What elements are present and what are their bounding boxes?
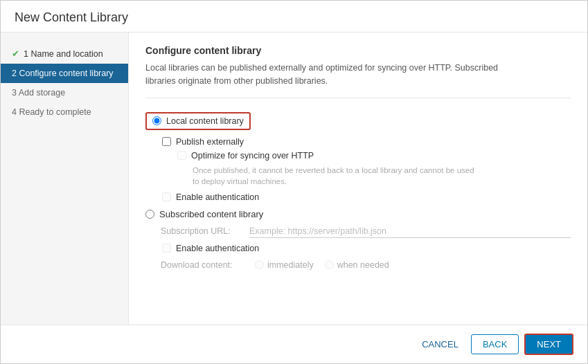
- sidebar-item-step1[interactable]: ✔ 1 Name and location: [1, 44, 128, 64]
- subscription-url-input[interactable]: [249, 225, 571, 238]
- enable-auth-sub-label: Enable authentication: [176, 244, 259, 253]
- enable-auth-local-checkbox[interactable]: [162, 192, 171, 201]
- download-options: immediately when needed: [255, 260, 389, 270]
- section-title: Configure content library: [145, 45, 571, 56]
- publish-externally-checkbox[interactable]: [162, 137, 171, 146]
- section-desc-line2: libraries originate from other published…: [145, 76, 328, 86]
- immediately-option: immediately: [255, 260, 314, 270]
- immediately-label: immediately: [267, 260, 314, 270]
- enable-auth-sub-checkbox[interactable]: [162, 244, 171, 253]
- publish-externally-label[interactable]: Publish externally: [176, 137, 244, 147]
- optimize-http-checkbox[interactable]: [177, 151, 186, 160]
- enable-auth-local-option: Enable authentication: [162, 192, 571, 202]
- checkmark-icon: ✔: [12, 48, 19, 59]
- sidebar-step4-label: 4 Ready to complete: [12, 107, 91, 117]
- when-needed-radio[interactable]: [325, 260, 334, 269]
- subscription-url-row: Subscription URL:: [161, 225, 571, 238]
- local-sub-options: Publish externally Optimize for syncing …: [162, 137, 571, 202]
- enable-auth-local-label: Enable authentication: [176, 192, 259, 202]
- download-content-label: Download content:: [161, 260, 244, 270]
- subscribed-sub-options: Enable authentication: [162, 244, 571, 253]
- dialog-footer: CANCEL BACK NEXT: [1, 325, 587, 363]
- cancel-button[interactable]: CANCEL: [415, 335, 465, 354]
- options-area: Local content library Publish externally…: [145, 109, 571, 273]
- subscription-section: Subscribed content library Subscription …: [145, 209, 571, 270]
- section-description: Local libraries can be published externa…: [145, 62, 571, 98]
- section-desc-line1: Local libraries can be published externa…: [145, 63, 498, 73]
- next-button[interactable]: NEXT: [524, 334, 573, 355]
- when-needed-option: when needed: [325, 260, 389, 270]
- sidebar-item-step3[interactable]: 3 Add storage: [1, 83, 128, 102]
- local-library-radio[interactable]: [152, 116, 161, 125]
- sidebar-item-step4[interactable]: 4 Ready to complete: [1, 102, 128, 122]
- subscription-url-label: Subscription URL:: [161, 226, 244, 236]
- subscribed-library-row: Subscribed content library: [145, 209, 571, 219]
- sidebar-step1-label: 1 Name and location: [24, 49, 103, 59]
- publish-externally-option: Publish externally: [162, 137, 571, 147]
- sidebar-step2-label: 2 Configure content library: [12, 69, 114, 78]
- new-content-library-dialog: New Content Library ✔ 1 Name and locatio…: [0, 0, 588, 364]
- when-needed-label: when needed: [337, 260, 389, 270]
- download-content-row: Download content: immediately when neede…: [161, 260, 571, 270]
- sidebar-item-step2[interactable]: 2 Configure content library: [1, 64, 128, 83]
- optimize-desc: Once published, it cannot be reverted ba…: [193, 165, 571, 187]
- dialog-body: ✔ 1 Name and location 2 Configure conten…: [1, 33, 587, 325]
- enable-auth-sub-option: Enable authentication: [162, 244, 571, 253]
- main-content: Configure content library Local librarie…: [129, 33, 587, 325]
- optimize-http-option: Optimize for syncing over HTTP: [177, 151, 571, 161]
- optimize-sub: Optimize for syncing over HTTP Once publ…: [177, 151, 571, 187]
- subscribed-library-radio[interactable]: [145, 210, 154, 219]
- sidebar: ✔ 1 Name and location 2 Configure conten…: [1, 33, 129, 325]
- immediately-radio[interactable]: [255, 260, 264, 269]
- optimize-http-label: Optimize for syncing over HTTP: [191, 151, 314, 161]
- sidebar-step3-label: 3 Add storage: [12, 88, 65, 98]
- local-library-option-highlighted: Local content library: [145, 112, 251, 130]
- subscribed-library-label[interactable]: Subscribed content library: [159, 209, 263, 219]
- back-button[interactable]: BACK: [471, 334, 519, 354]
- dialog-title: New Content Library: [1, 1, 587, 33]
- local-library-label[interactable]: Local content library: [166, 116, 244, 126]
